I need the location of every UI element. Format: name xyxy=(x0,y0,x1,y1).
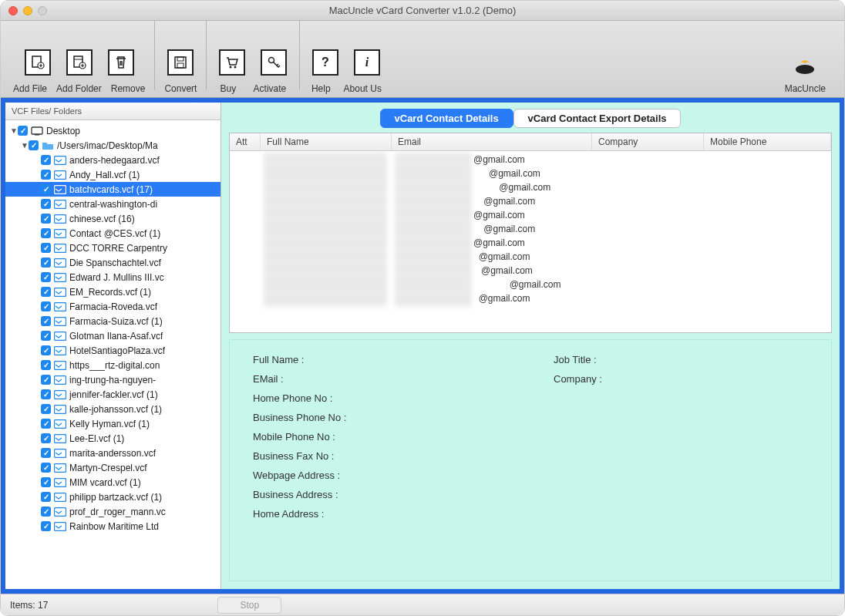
checkbox-icon[interactable] xyxy=(41,228,51,238)
col-att[interactable]: Att xyxy=(230,133,261,150)
checkbox-icon[interactable] xyxy=(41,155,51,165)
trash-icon xyxy=(113,55,129,70)
checkbox-icon[interactable] xyxy=(41,463,51,473)
tree-file[interactable]: EM_Records.vcf (1) xyxy=(5,284,221,299)
disclosure-icon[interactable]: ▼ xyxy=(10,126,18,135)
content-area: VCF Files/ Folders ▼Desktop▼/Users/imac/… xyxy=(1,98,844,615)
tree-file[interactable]: jennifer-fackler.vcf (1) xyxy=(5,387,221,402)
vcard-icon xyxy=(54,200,66,209)
svg-text:?: ? xyxy=(322,56,330,69)
col-email[interactable]: Email xyxy=(392,133,592,150)
checkbox-icon[interactable] xyxy=(41,258,51,268)
disclosure-icon[interactable]: ▼ xyxy=(21,141,29,150)
tab-export-details[interactable]: vCard Contact Export Details xyxy=(513,109,682,128)
checkbox-icon[interactable] xyxy=(41,419,51,429)
about-button[interactable]: i xyxy=(354,49,380,76)
vcard-icon xyxy=(54,507,66,517)
toolbar: Add File Add Folder Remove Convert xyxy=(1,21,844,98)
checkbox-icon[interactable] xyxy=(41,345,51,355)
contact-grid: Att Full Name Email Company Mobile Phone… xyxy=(229,133,832,333)
col-mobile[interactable]: Mobile Phone xyxy=(704,133,831,150)
email-cell: @gmail.com xyxy=(473,194,561,208)
tree-folder[interactable]: ▼/Users/imac/Desktop/Ma xyxy=(5,138,221,153)
stop-button[interactable]: Stop xyxy=(217,597,281,614)
checkbox-icon[interactable] xyxy=(41,331,51,341)
activate-button[interactable] xyxy=(261,49,287,76)
tree-file[interactable]: Andy_Hall.vcf (1) xyxy=(5,167,221,182)
detail-label: EMail : xyxy=(253,373,808,385)
help-button[interactable]: ? xyxy=(312,49,338,76)
checkbox-icon[interactable] xyxy=(41,448,51,458)
checkbox-icon[interactable] xyxy=(18,126,28,136)
tree-label: DCC TORRE Carpentry xyxy=(69,243,167,254)
tree-file[interactable]: Rainbow Maritime Ltd xyxy=(5,519,221,534)
checkbox-icon[interactable] xyxy=(41,184,51,194)
tree-file[interactable]: Farmacia-Roveda.vcf xyxy=(5,299,221,314)
checkbox-icon[interactable] xyxy=(41,477,51,487)
tree-file[interactable]: DCC TORRE Carpentry xyxy=(5,241,221,255)
vcard-icon xyxy=(54,419,66,429)
tree-file[interactable]: philipp bartzack.vcf (1) xyxy=(5,490,221,504)
tree-label: marita-andersson.vcf xyxy=(69,448,156,459)
checkbox-icon[interactable] xyxy=(41,507,51,517)
tab-contact-details[interactable]: vCard Contact Details xyxy=(380,109,513,128)
checkbox-icon[interactable] xyxy=(41,389,51,399)
convert-button[interactable] xyxy=(167,49,194,76)
tree-file[interactable]: central-washington-di xyxy=(5,197,221,211)
col-fullname[interactable]: Full Name xyxy=(261,133,392,150)
tree-file[interactable]: ing-trung-ha-nguyen- xyxy=(5,372,221,387)
tree-file[interactable]: Edward J. Mullins III.vc xyxy=(5,270,221,284)
checkbox-icon[interactable] xyxy=(41,199,51,209)
checkbox-icon[interactable] xyxy=(41,316,51,326)
checkbox-icon[interactable] xyxy=(41,287,51,297)
vcard-icon xyxy=(54,405,66,414)
svg-point-9 xyxy=(269,58,274,63)
remove-button[interactable] xyxy=(108,49,134,76)
checkbox-icon[interactable] xyxy=(41,360,51,370)
checkbox-icon[interactable] xyxy=(41,433,51,443)
tree-file[interactable]: HotelSantiagoPlaza.vcf xyxy=(5,343,221,358)
window-title: MacUncle vCard Converter v1.0.2 (Demo) xyxy=(1,5,844,16)
checkbox-icon[interactable] xyxy=(41,214,51,224)
add-file-button[interactable] xyxy=(25,49,51,76)
add-folder-button[interactable] xyxy=(66,49,93,76)
tree-file[interactable]: MIM vcard.vcf (1) xyxy=(5,475,221,490)
checkbox-icon[interactable] xyxy=(41,301,51,311)
checkbox-icon[interactable] xyxy=(41,170,51,180)
tree-file[interactable]: marita-andersson.vcf xyxy=(5,446,221,460)
grid-header: Att Full Name Email Company Mobile Phone xyxy=(230,133,831,151)
tree-file[interactable]: kalle-johansson.vcf (1) xyxy=(5,402,221,416)
tree-label: Glotman Ilana-Asaf.vcf xyxy=(69,331,163,342)
checkbox-icon[interactable] xyxy=(41,492,51,502)
tree-file[interactable]: Die Spanschachtel.vcf xyxy=(5,255,221,270)
email-cell: @gmail.com xyxy=(473,167,561,180)
tree-file[interactable]: prof_dr_roger_mann.vc xyxy=(5,504,221,519)
tree-file[interactable]: Lee-El.vcf (1) xyxy=(5,431,221,446)
tree-label: MIM vcard.vcf (1) xyxy=(69,477,141,488)
tree-file[interactable]: chinese.vcf (16) xyxy=(5,211,221,226)
tree-file[interactable]: Glotman Ilana-Asaf.vcf xyxy=(5,328,221,343)
tree-file[interactable]: https___rtz-digital.con xyxy=(5,358,221,372)
tree-file[interactable]: batchvcards.vcf (17) xyxy=(5,182,221,197)
tree-file[interactable]: Kelly Hyman.vcf (1) xyxy=(5,416,221,431)
checkbox-icon[interactable] xyxy=(41,272,51,282)
tree-root[interactable]: ▼Desktop xyxy=(5,123,221,138)
file-tree[interactable]: ▼Desktop▼/Users/imac/Desktop/Maanders-he… xyxy=(5,120,221,589)
checkbox-icon[interactable] xyxy=(41,243,51,253)
tree-file[interactable]: Farmacia-Suiza.vcf (1) xyxy=(5,314,221,328)
col-company[interactable]: Company xyxy=(592,133,704,150)
tree-file[interactable]: anders-hedegaard.vcf xyxy=(5,153,221,167)
email-cell: @gmail.com xyxy=(473,250,561,264)
tree-label: Kelly Hyman.vcf (1) xyxy=(69,419,150,429)
toolbar-group-files: Add File Add Folder Remove xyxy=(8,35,150,94)
tree-file[interactable]: Contact @CES.vcf (1) xyxy=(5,226,221,241)
checkbox-icon[interactable] xyxy=(41,375,51,385)
buy-button[interactable] xyxy=(219,49,245,76)
checkbox-icon[interactable] xyxy=(41,521,51,531)
grid-body[interactable]: @gmail.com @gmail.com @gmail.com @gmail.… xyxy=(230,151,831,332)
tree-file[interactable]: Martyn-Crespel.vcf xyxy=(5,460,221,475)
tree-label: kalle-johansson.vcf (1) xyxy=(69,404,162,415)
checkbox-icon[interactable] xyxy=(41,404,51,414)
svg-point-8 xyxy=(234,66,237,69)
checkbox-icon[interactable] xyxy=(29,140,39,150)
